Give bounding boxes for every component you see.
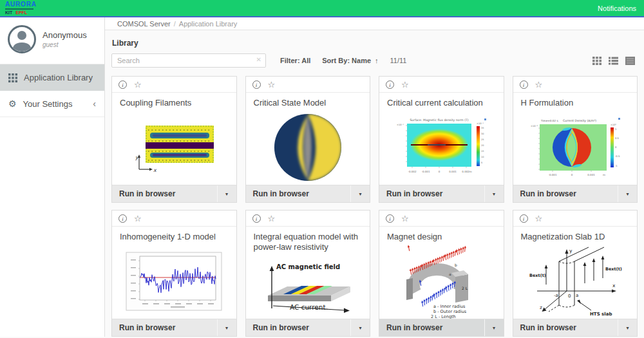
- logo-aurora-text: AURORA: [5, 1, 37, 8]
- run-in-browser-button[interactable]: Run in browser ▾: [379, 185, 504, 202]
- gear-icon: ⚙: [8, 99, 17, 108]
- run-in-browser-button[interactable]: Run in browser ▾: [513, 319, 638, 336]
- run-options-caret[interactable]: ▾: [350, 185, 370, 202]
- app-card-magnet-design: i ☆ Magnet design: [379, 210, 504, 337]
- coupling-filaments-thumbnail: y x: [131, 122, 216, 173]
- app-title: Critical current calculation: [379, 93, 504, 110]
- sidebar-item-label: Your Settings: [23, 99, 73, 109]
- star-icon[interactable]: ☆: [268, 214, 276, 223]
- app-card-critical-state-model: i ☆ Critical State Model: [245, 76, 371, 203]
- app-card-coupling-filaments: i ☆ Coupling Filaments: [111, 76, 237, 203]
- critical-state-model-thumbnail: [272, 112, 343, 183]
- app-title: Inhomogeneity 1-D model: [112, 227, 236, 244]
- user-name: Anonymous: [43, 30, 87, 40]
- cb-tick: 1: [615, 127, 617, 131]
- run-in-browser-button[interactable]: Run in browser ▾: [513, 185, 638, 202]
- run-options-caret[interactable]: ▾: [484, 319, 504, 336]
- star-icon[interactable]: ☆: [401, 214, 409, 223]
- mark-a: a: [449, 272, 451, 276]
- x-tick: 0.002m: [462, 170, 472, 173]
- result-count: 11/11: [390, 57, 407, 64]
- sort-direction-icon[interactable]: ↑: [375, 57, 379, 64]
- info-icon[interactable]: i: [252, 214, 261, 223]
- plot-title: Current Density (A/m²): [563, 119, 596, 122]
- cb-tick: 30: [481, 133, 484, 135]
- run-in-browser-button[interactable]: Run in browser ▾: [112, 185, 236, 202]
- app-thumbnail: AC magnetic field AC current: [246, 255, 370, 319]
- sort-control[interactable]: Sort By: Name: [322, 57, 371, 64]
- magnet-design-thumbnail: b a 2 L a - Inner radius b - Outer radiu…: [392, 244, 490, 319]
- aurora-logo[interactable]: AURORA KIT EPFL: [5, 1, 37, 15]
- run-options-caret[interactable]: ▾: [217, 319, 236, 336]
- app-card-critical-current-calculation: i ☆ Critical current calculation: [379, 76, 504, 203]
- app-card-magnetization-slab-1d: i ☆ Magnetization Slab 1D: [513, 210, 638, 337]
- logo-subline: [5, 8, 33, 10]
- current-label: AC current: [290, 303, 326, 311]
- filter-control[interactable]: Filter: All: [280, 57, 310, 64]
- x-tick: 0: [439, 170, 440, 173]
- info-icon[interactable]: i: [520, 80, 528, 89]
- info-icon[interactable]: i: [118, 214, 127, 223]
- sidebar-item-label: Application Library: [24, 73, 93, 82]
- x-tick: -0.001: [548, 173, 556, 176]
- x-tick: m: [603, 173, 605, 176]
- app-thumbnail: [112, 244, 236, 319]
- person-icon: [10, 27, 34, 52]
- app-title: Integral equation model with power-law r…: [246, 227, 370, 255]
- library-toolbar: ✕ Filter: All Sort By: Name ↑ 11/11: [111, 53, 638, 68]
- star-icon[interactable]: ☆: [134, 80, 142, 89]
- user-role: guest: [43, 41, 87, 48]
- info-icon[interactable]: i: [386, 80, 394, 89]
- star-icon[interactable]: ☆: [134, 214, 142, 223]
- app-thumbnail: y x: [112, 110, 236, 185]
- field-label: AC magnetic field: [276, 263, 340, 270]
- chevron-left-icon[interactable]: ‹: [93, 99, 96, 109]
- star-icon[interactable]: ☆: [535, 80, 543, 89]
- run-in-browser-button[interactable]: Run in browser ▾: [246, 185, 370, 202]
- run-options-caret[interactable]: ▾: [350, 319, 370, 336]
- critical-current-thumbnail: Surface: Magnetic flux density norm (T) …: [394, 115, 488, 180]
- info-icon[interactable]: i: [520, 214, 528, 223]
- run-in-browser-button[interactable]: Run in browser ▾: [379, 319, 504, 336]
- info-icon[interactable]: i: [386, 214, 394, 223]
- run-options-caret[interactable]: ▾: [217, 185, 236, 202]
- cb-tick: 15: [481, 150, 484, 153]
- clear-search-icon[interactable]: ✕: [256, 56, 261, 63]
- run-in-browser-button[interactable]: Run in browser ▾: [246, 319, 370, 336]
- sidebar-item-application-library[interactable]: Application Library: [0, 64, 104, 91]
- app-thumbnail: Surface: Magnetic flux density norm (T) …: [379, 110, 504, 185]
- star-icon[interactable]: ☆: [535, 214, 543, 223]
- list-view-icon[interactable]: [609, 57, 618, 65]
- sidebar-item-your-settings[interactable]: ⚙ Your Settings ‹: [0, 91, 104, 117]
- cb-tick: 35: [481, 127, 484, 129]
- star-icon[interactable]: ☆: [401, 80, 409, 89]
- star-icon[interactable]: ☆: [268, 80, 276, 89]
- search-input[interactable]: [111, 53, 266, 68]
- axis-x-label: x: [153, 167, 157, 173]
- info-icon[interactable]: i: [252, 80, 261, 89]
- logo-kit-text: KIT: [5, 10, 12, 15]
- h-formulation-thumbnail: Time=0.02 s Current Density (A/m²) ×10⁻⁴: [528, 115, 622, 180]
- tick-a: a: [576, 293, 578, 298]
- breadcrumb-root[interactable]: COMSOL Server: [117, 20, 171, 28]
- colorbar-exponent: ×10⁸: [611, 124, 617, 126]
- grid-view-icon[interactable]: [592, 57, 601, 65]
- x-tick: 0: [571, 173, 573, 176]
- app-title: Critical State Model: [246, 93, 370, 110]
- app-title: Coupling Filaments: [112, 93, 236, 110]
- info-icon[interactable]: i: [118, 80, 127, 89]
- plot-time: Time=0.02 s: [540, 119, 558, 122]
- colorbar-exponent: ×10⁻³: [477, 122, 484, 125]
- cb-tick: 0: [615, 146, 617, 149]
- run-in-browser-button[interactable]: Run in browser ▾: [112, 319, 236, 336]
- run-options-caret[interactable]: ▾: [618, 319, 637, 336]
- notifications-button[interactable]: Notifications: [598, 5, 636, 12]
- mark-b: b: [455, 263, 457, 267]
- x-tick: 0.001: [587, 173, 595, 176]
- sidebar: Anonymous guest Application Library ⚙ Yo…: [0, 17, 105, 337]
- run-options-caret[interactable]: ▾: [484, 185, 504, 202]
- detail-view-icon[interactable]: [625, 57, 635, 65]
- axis-x-label: x: [612, 283, 616, 288]
- run-options-caret[interactable]: ▾: [618, 185, 637, 202]
- app-thumbnail: Time=0.02 s Current Density (A/m²) ×10⁻⁴: [513, 110, 638, 185]
